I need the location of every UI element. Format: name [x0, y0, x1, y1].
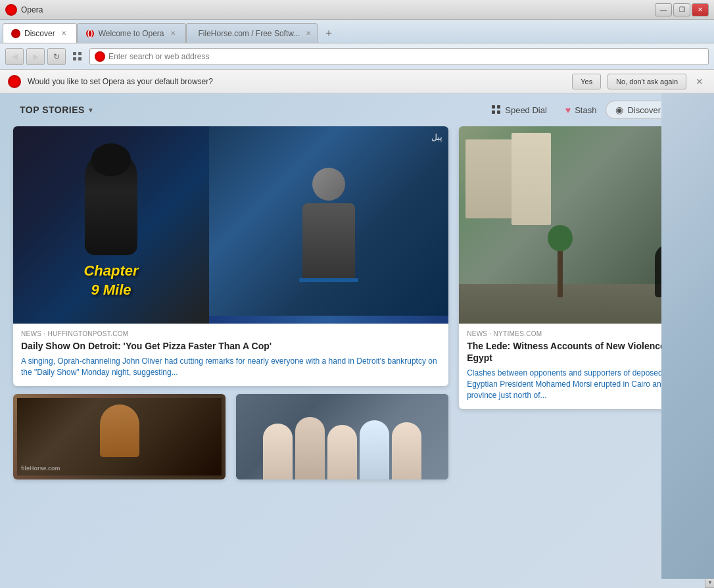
- main-area: TOP STORIES ▼ Speed Dial ♥ Stash ◉ Disco…: [0, 93, 714, 588]
- tab-bar: Discover ✕ Welcome to Opera ✕ F FileHors…: [0, 20, 714, 43]
- notification-yes-button[interactable]: Yes: [572, 74, 601, 89]
- forward-button[interactable]: ▶: [26, 48, 45, 65]
- scroll-down-button[interactable]: ▼: [705, 577, 714, 588]
- tab-welcome[interactable]: Welcome to Opera ✕: [77, 23, 186, 43]
- address-input[interactable]: [89, 48, 709, 65]
- top-stories-arrow-icon: ▼: [87, 107, 94, 114]
- notification-no-button[interactable]: No, don't ask again: [607, 74, 686, 89]
- stash-label: Stash: [575, 105, 596, 115]
- bottom-card-2[interactable]: [236, 394, 448, 479]
- main-card-image: Chapter9 Mile يبل: [13, 126, 448, 324]
- new-tab-button[interactable]: ＋: [320, 24, 337, 41]
- speed-dial-button[interactable]: Speed Dial: [483, 101, 556, 119]
- opera-logo-icon: [5, 4, 17, 16]
- tab-discover[interactable]: Discover ✕: [3, 23, 77, 43]
- bottom-card-1-image: fileHorse.com: [13, 394, 226, 479]
- discover-eye-icon: ◉: [615, 105, 623, 115]
- toolbar: ◀ ▶ ↻: [0, 43, 714, 70]
- card-image-left: Chapter9 Mile: [13, 126, 209, 324]
- reload-button[interactable]: ↻: [47, 48, 66, 65]
- speed-dial-icon: [492, 105, 501, 114]
- notif-opera-icon: [8, 75, 21, 88]
- main-card-source: NEWS · HUFFINGTONPOST.COM: [21, 330, 440, 337]
- title-bar: Opera — ❐ ✕: [0, 0, 714, 20]
- main-card-title: Daily Show On Detroit: 'You Get Pizza Fa…: [21, 340, 440, 352]
- close-button[interactable]: ✕: [692, 3, 709, 16]
- stash-heart-icon: ♥: [565, 105, 571, 115]
- title-bar-text: Opera: [21, 5, 43, 14]
- tab-discover-label: Discover: [24, 29, 55, 38]
- opera-icon: [85, 29, 95, 38]
- egypt-card-source: NEWS · NYTIMES.COM: [467, 330, 693, 337]
- tab-filehorse-label: FileHorse.com / Free Softw...: [199, 29, 300, 38]
- left-column: Chapter9 Mile يبل: [13, 126, 448, 581]
- notification-bar: Would you like to set Opera as your defa…: [0, 70, 714, 93]
- maximize-button[interactable]: ❐: [673, 3, 690, 16]
- notification-close-button[interactable]: ✕: [693, 75, 706, 88]
- main-card-description: A singing, Oprah-channeling John Oliver …: [21, 356, 440, 378]
- tab-welcome-label: Welcome to Opera: [99, 29, 164, 38]
- back-button[interactable]: ◀: [5, 48, 24, 65]
- minimize-button[interactable]: —: [655, 3, 672, 16]
- tab-discover-close[interactable]: ✕: [59, 29, 68, 37]
- background-decoration: [661, 93, 714, 579]
- title-bar-controls: — ❐ ✕: [655, 3, 709, 16]
- tab-filehorse-close[interactable]: ✕: [304, 29, 313, 37]
- speed-dial-label: Speed Dial: [505, 105, 547, 115]
- address-opera-icon: [95, 51, 105, 62]
- chapter-overlay-text: Chapter9 Mile: [83, 262, 138, 299]
- main-news-card[interactable]: Chapter9 Mile يبل: [13, 126, 448, 386]
- egypt-card-title: The Lede: Witness Accounts of New Violen…: [467, 340, 693, 364]
- top-stories-label: TOP STORIES: [20, 105, 85, 115]
- notification-text: Would you like to set Opera as your defa…: [28, 77, 565, 86]
- card-image-right: يبل: [209, 126, 448, 324]
- top-stories-button[interactable]: TOP STORIES ▼: [20, 105, 94, 115]
- discover-tab-icon: [11, 29, 20, 38]
- tab-welcome-close[interactable]: ✕: [168, 29, 178, 37]
- stash-button[interactable]: ♥ Stash: [556, 101, 606, 119]
- egypt-card-description: Clashes between opponents and supporters…: [467, 368, 693, 401]
- bottom-card-1[interactable]: fileHorse.com: [13, 394, 226, 479]
- content-nav: TOP STORIES ▼ Speed Dial ♥ Stash ◉ Disco…: [0, 93, 714, 126]
- address-bar-container: [89, 48, 709, 65]
- discover-nav-label: Discover: [627, 105, 661, 115]
- bottom-cards-row: fileHorse.com: [13, 394, 448, 479]
- tab-filehorse[interactable]: F FileHorse.com / Free Softw... ✕: [186, 23, 318, 43]
- main-card-body: NEWS · HUFFINGTONPOST.COM Daily Show On …: [13, 324, 448, 386]
- svg-point-0: [86, 30, 94, 37]
- speed-dial-grid-button[interactable]: [68, 48, 87, 65]
- bottom-card-2-image: [236, 394, 448, 479]
- cards-area: Chapter9 Mile يبل: [0, 126, 714, 588]
